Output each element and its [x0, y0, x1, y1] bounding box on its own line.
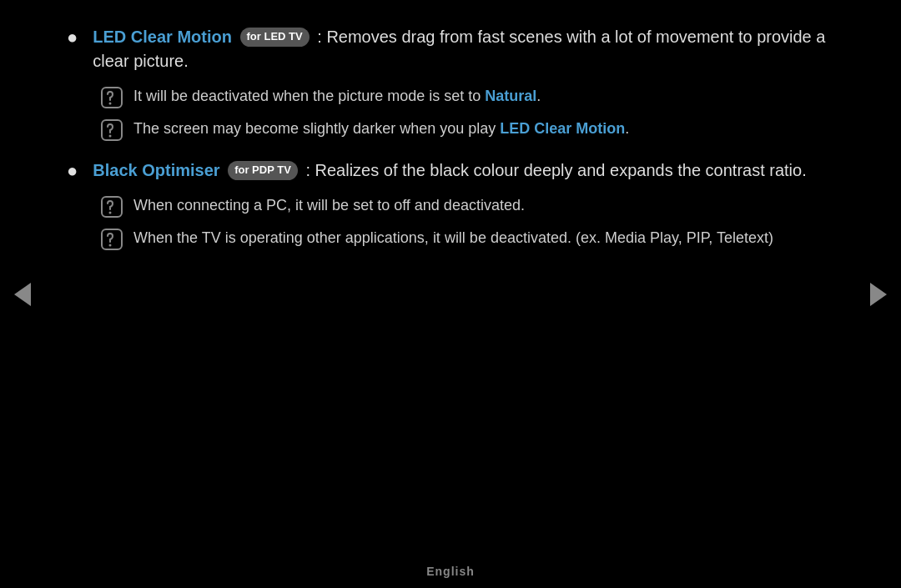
led-bullet-text: LED Clear Motion for LED TV : Removes dr…	[93, 25, 834, 73]
list-item-led: ● LED Clear Motion for LED TV : Removes …	[67, 25, 834, 73]
svg-point-6	[109, 212, 112, 214]
led-clear-motion-highlight: LED Clear Motion	[500, 120, 625, 137]
pdp-note-1-text: When connecting a PC, it will be set to …	[133, 194, 525, 216]
led-note-1: It will be deactivated when the picture …	[100, 85, 834, 109]
pdp-term: Black Optimiser	[93, 161, 219, 179]
bullet-dot-1: ●	[67, 27, 78, 48]
footer-language: English	[426, 565, 475, 578]
led-term: LED Clear Motion	[93, 28, 232, 46]
led-note-2-text: The screen may become slightly darker wh…	[133, 118, 629, 139]
led-badge: for LED TV	[240, 28, 310, 47]
pdp-note-1: When connecting a PC, it will be set to …	[100, 194, 834, 219]
led-note-2: The screen may become slightly darker wh…	[100, 118, 834, 142]
svg-point-4	[109, 135, 112, 138]
note-icon-4	[100, 228, 123, 251]
led-note-1-text: It will be deactivated when the picture …	[133, 85, 541, 107]
main-content: ● LED Clear Motion for LED TV : Removes …	[50, 0, 851, 555]
note-icon-3	[100, 195, 123, 219]
note-icon-2	[100, 118, 123, 142]
pdp-note-2: When the TV is operating other applicati…	[100, 227, 834, 251]
pdp-note-2-text: When the TV is operating other applicati…	[133, 227, 773, 249]
pdp-badge: for PDP TV	[228, 161, 298, 180]
pdp-description: : Realizes of the black colour deeply an…	[305, 161, 806, 179]
svg-point-8	[109, 244, 112, 247]
pdp-bullet-text: Black Optimiser for PDP TV : Realizes of…	[93, 158, 806, 183]
nav-right-arrow[interactable]	[866, 274, 891, 315]
svg-point-1	[109, 103, 112, 105]
nav-left-arrow[interactable]	[10, 274, 35, 315]
note-icon-1	[100, 86, 123, 109]
natural-highlight: Natural	[485, 88, 536, 104]
bullet-dot-2: ●	[67, 160, 78, 182]
list-item-pdp: ● Black Optimiser for PDP TV : Realizes …	[67, 158, 834, 183]
